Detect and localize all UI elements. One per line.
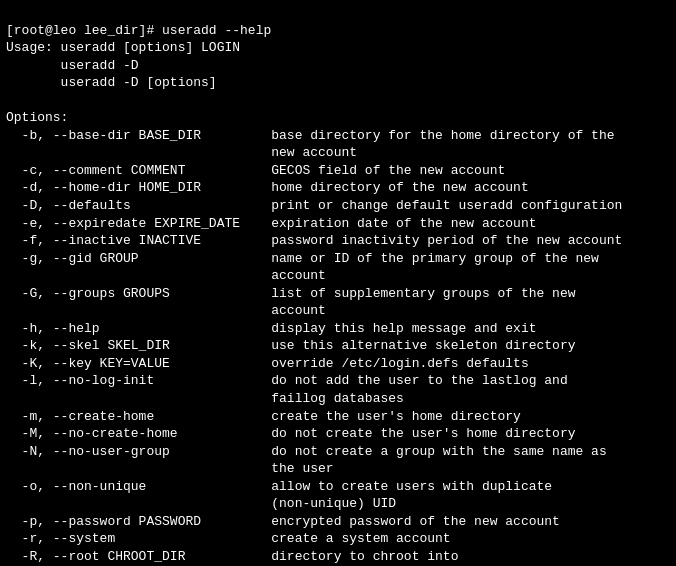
terminal-line: -f, --inactive INACTIVE password inactiv… — [6, 232, 670, 250]
terminal-line: -M, --no-create-home do not create the u… — [6, 425, 670, 443]
terminal-line: -r, --system create a system account — [6, 530, 670, 548]
terminal-line: -K, --key KEY=VALUE override /etc/login.… — [6, 355, 670, 373]
terminal-line: account — [6, 302, 670, 320]
terminal-line: -G, --groups GROUPS list of supplementar… — [6, 285, 670, 303]
terminal-line: -m, --create-home create the user's home… — [6, 408, 670, 426]
terminal-line: (non-unique) UID — [6, 495, 670, 513]
terminal-line: -g, --gid GROUP name or ID of the primar… — [6, 250, 670, 268]
terminal-line: -N, --no-user-group do not create a grou… — [6, 443, 670, 461]
terminal-line: -e, --expiredate EXPIRE_DATE expiration … — [6, 215, 670, 233]
terminal-line: -R, --root CHROOT_DIR directory to chroo… — [6, 548, 670, 566]
terminal-line: [root@leo lee_dir]# useradd --help — [6, 22, 670, 40]
terminal-line: -b, --base-dir BASE_DIR base directory f… — [6, 127, 670, 145]
terminal-line: -h, --help display this help message and… — [6, 320, 670, 338]
terminal-line: new account — [6, 144, 670, 162]
terminal-line: -o, --non-unique allow to create users w… — [6, 478, 670, 496]
terminal-line: Usage: useradd [options] LOGIN — [6, 39, 670, 57]
terminal-line: account — [6, 267, 670, 285]
terminal-line: -c, --comment COMMENT GECOS field of the… — [6, 162, 670, 180]
terminal-line: Options: — [6, 109, 670, 127]
terminal-line: the user — [6, 460, 670, 478]
terminal-line: -k, --skel SKEL_DIR use this alternative… — [6, 337, 670, 355]
terminal-line: -l, --no-log-init do not add the user to… — [6, 372, 670, 390]
terminal-line: -D, --defaults print or change default u… — [6, 197, 670, 215]
terminal-line: -d, --home-dir HOME_DIR home directory o… — [6, 179, 670, 197]
terminal-line: useradd -D [options] — [6, 74, 670, 92]
terminal-output: [root@leo lee_dir]# useradd --helpUsage:… — [6, 4, 670, 566]
terminal-line: -p, --password PASSWORD encrypted passwo… — [6, 513, 670, 531]
terminal-line: useradd -D — [6, 57, 670, 75]
terminal-line — [6, 92, 670, 110]
terminal-line: faillog databases — [6, 390, 670, 408]
